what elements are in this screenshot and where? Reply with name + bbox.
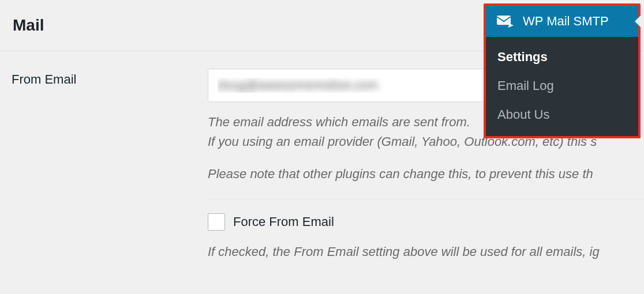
menu-header-wp-mail-smtp[interactable]: WP Mail SMTP	[486, 6, 638, 37]
divider	[208, 199, 644, 199]
mail-forward-icon	[496, 15, 514, 28]
from-email-label: From Email	[12, 72, 76, 86]
force-from-email-row: Force From Email	[208, 213, 644, 231]
menu-title: WP Mail SMTP	[523, 14, 609, 29]
force-from-email-label: Force From Email	[233, 214, 334, 229]
admin-menu-wp-mail-smtp: WP Mail SMTP Settings Email Log About Us	[484, 3, 641, 138]
submenu-item-settings[interactable]: Settings	[486, 43, 638, 71]
force-from-email-description: If checked, the From Email setting above…	[208, 242, 644, 262]
submenu-item-about-us[interactable]: About Us	[486, 100, 638, 129]
menu-caret-icon	[635, 16, 641, 27]
from-email-note: Please note that other plugins can chang…	[208, 164, 644, 184]
force-from-email-checkbox[interactable]	[208, 213, 225, 231]
submenu: Settings Email Log About Us	[486, 37, 638, 136]
submenu-item-email-log[interactable]: Email Log	[486, 71, 638, 100]
